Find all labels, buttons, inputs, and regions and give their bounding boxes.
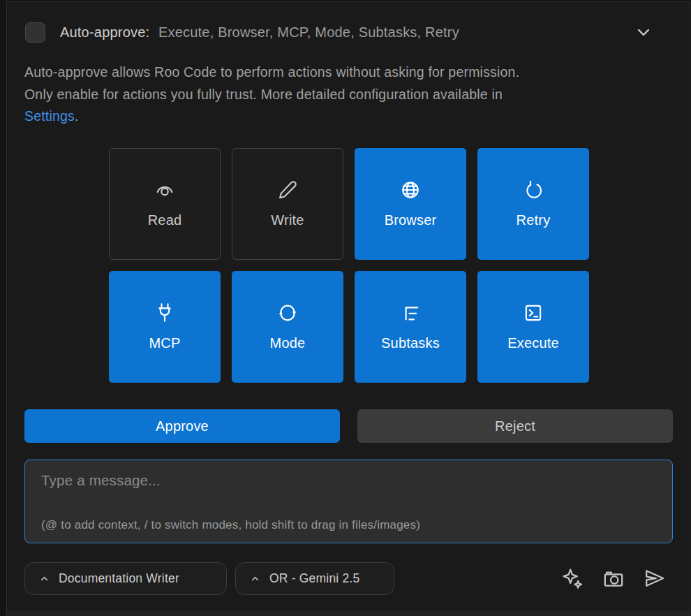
toggle-label: Read xyxy=(148,212,182,228)
toggle-label: Subtasks xyxy=(381,335,440,351)
toggle-mode[interactable]: Mode xyxy=(232,271,343,383)
refresh-icon xyxy=(523,179,544,200)
chevron-up-icon xyxy=(250,573,260,584)
message-hint: (@ to add context, / to switch modes, ho… xyxy=(41,518,420,532)
settings-link[interactable]: Settings xyxy=(24,108,75,124)
model-selector[interactable]: OR - Gemini 2.5 xyxy=(235,562,394,595)
description-line1: Auto-approve allows Roo Code to perform … xyxy=(24,64,519,80)
sparkle-icon[interactable] xyxy=(561,567,584,589)
model-selector-label: OR - Gemini 2.5 xyxy=(269,571,359,586)
header-text: Auto-approve: Execute, Browser, MCP, Mod… xyxy=(60,24,459,41)
toggle-label: Mode xyxy=(270,335,306,351)
auto-approve-summary: Execute, Browser, MCP, Mode, Subtasks, R… xyxy=(158,24,459,40)
toggle-retry[interactable]: Retry xyxy=(477,148,589,260)
chevron-down-icon[interactable] xyxy=(634,22,653,42)
terminal-icon xyxy=(523,302,544,323)
toggle-write[interactable]: Write xyxy=(232,148,343,260)
eye-icon xyxy=(154,179,175,200)
approve-button[interactable]: Approve xyxy=(24,409,340,443)
plug-icon xyxy=(154,302,175,323)
toggle-mcp[interactable]: MCP xyxy=(109,271,221,383)
description-line2: Only enable for actions you fully trust.… xyxy=(24,87,503,102)
toggle-label: MCP xyxy=(149,335,180,351)
auto-approve-panel: Auto-approve: Execute, Browser, MCP, Mod… xyxy=(0,0,691,616)
message-placeholder: Type a message... xyxy=(41,472,161,489)
toggle-label: Browser xyxy=(385,212,437,228)
mode-selector[interactable]: Documentation Writer xyxy=(24,562,227,595)
pencil-icon xyxy=(277,179,298,200)
camera-icon[interactable] xyxy=(602,567,625,589)
globe-icon xyxy=(400,179,421,200)
auto-approve-description: Auto-approve allows Roo Code to perform … xyxy=(24,61,667,128)
auto-approve-header: Auto-approve: Execute, Browser, MCP, Mod… xyxy=(25,21,671,43)
toggle-label: Retry xyxy=(517,212,551,228)
reject-button[interactable]: Reject xyxy=(357,409,673,443)
link-suffix: . xyxy=(75,108,79,124)
auto-approve-toggle-grid: Read Write Browser Retry MCP xyxy=(109,148,589,383)
toggle-browser[interactable]: Browser xyxy=(355,148,466,260)
toggle-subtasks[interactable]: Subtasks xyxy=(355,271,466,383)
chevron-up-icon xyxy=(39,573,50,584)
mode-selector-label: Documentation Writer xyxy=(59,571,179,586)
auto-approve-label: Auto-approve: xyxy=(60,24,149,40)
toggle-label: Execute xyxy=(507,335,559,351)
sync-icon xyxy=(277,302,298,323)
message-input[interactable]: Type a message... (@ to add context, / t… xyxy=(24,460,673,543)
bottom-divider xyxy=(7,610,690,616)
auto-approve-checkbox[interactable] xyxy=(25,22,45,43)
toggle-read[interactable]: Read xyxy=(109,148,221,260)
toggle-label: Write xyxy=(271,212,304,228)
toggle-execute[interactable]: Execute xyxy=(477,271,589,383)
send-icon[interactable] xyxy=(643,567,665,589)
list-tree-icon xyxy=(400,302,421,323)
